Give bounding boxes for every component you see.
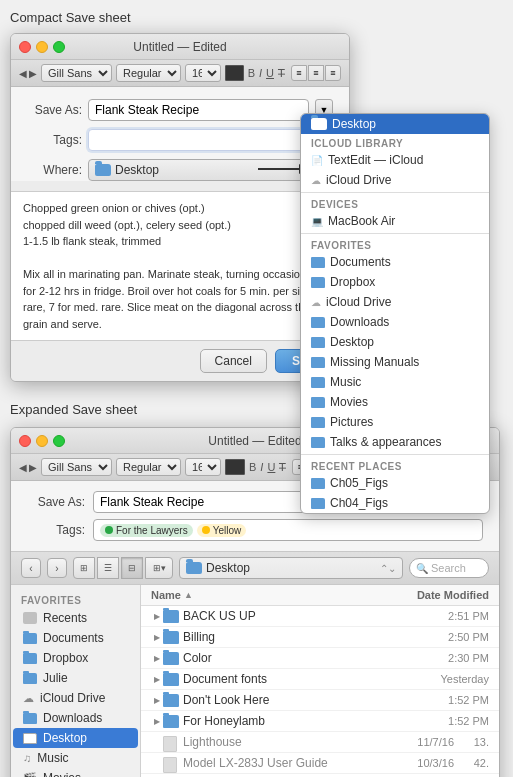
file-name: Color bbox=[183, 651, 399, 665]
font-select[interactable]: Gill Sans bbox=[41, 64, 112, 82]
dropdown-item-documents[interactable]: Documents bbox=[301, 252, 489, 272]
italic-btn[interactable]: I bbox=[259, 67, 262, 79]
bold-btn[interactable]: B bbox=[248, 67, 255, 79]
search-icon: 🔍 bbox=[416, 563, 428, 574]
location-bar[interactable]: Desktop ⌃⌄ bbox=[179, 557, 403, 579]
recent-header: Recent Places bbox=[301, 457, 489, 473]
table-row[interactable]: Model LX-283J User Guide 10/3/16 42. bbox=[141, 753, 499, 774]
exp-maximize-button[interactable] bbox=[53, 435, 65, 447]
documents-sidebar-icon bbox=[23, 633, 37, 644]
table-row[interactable]: ▶ For Honeylamb 1:52 PM bbox=[141, 711, 499, 732]
row-expander[interactable]: ▶ bbox=[151, 694, 163, 706]
strikethrough-btn[interactable]: T̶ bbox=[278, 67, 285, 80]
sidebar-item-icloud[interactable]: ☁ iCloud Drive bbox=[13, 688, 138, 708]
dropdown-item-icloud-drive[interactable]: ☁ iCloud Drive bbox=[301, 170, 489, 190]
sidebar-item-desktop[interactable]: Desktop bbox=[13, 728, 138, 748]
row-expander[interactable]: ▶ bbox=[151, 715, 163, 727]
exp-toolbar-forward[interactable]: ▶ bbox=[29, 462, 37, 473]
exp-underline-btn[interactable]: U bbox=[267, 461, 275, 473]
favorites-header: Favorites bbox=[301, 236, 489, 252]
column-view-btn[interactable]: ⊟ bbox=[121, 557, 143, 579]
align-left-btn[interactable]: ≡ bbox=[291, 65, 307, 81]
tags-label: Tags: bbox=[27, 133, 82, 147]
dropdown-item-macbook[interactable]: 💻 MacBook Air bbox=[301, 211, 489, 231]
exp-strikethrough-btn[interactable]: T̶ bbox=[279, 461, 286, 474]
row-expander[interactable]: ▶ bbox=[151, 673, 163, 685]
table-row[interactable]: ▶ BACK US UP 2:51 PM bbox=[141, 606, 499, 627]
exp-toolbar-back[interactable]: ◀ bbox=[19, 462, 27, 473]
file-row-icon bbox=[163, 736, 179, 749]
folder-row-icon bbox=[163, 715, 179, 728]
folder-icon bbox=[95, 164, 111, 176]
sidebar-item-recents[interactable]: Recents bbox=[13, 608, 138, 628]
exp-tags-row: Tags: For the Lawyers Yellow bbox=[11, 519, 499, 551]
align-center-btn[interactable]: ≡ bbox=[308, 65, 324, 81]
gallery-view-btn[interactable]: ⊞▾ bbox=[145, 557, 173, 579]
table-row[interactable]: ▶ Color 2:30 PM bbox=[141, 648, 499, 669]
table-row[interactable]: Lighthouse 11/7/16 13. bbox=[141, 732, 499, 753]
sidebar-item-movies[interactable]: 🎬 Movies bbox=[13, 768, 138, 777]
sidebar-item-documents[interactable]: Documents bbox=[13, 628, 138, 648]
file-date: 11/7/16 bbox=[364, 736, 454, 748]
tags-display[interactable]: For the Lawyers Yellow bbox=[93, 519, 483, 541]
size-select[interactable]: 16 bbox=[185, 64, 221, 82]
file-name: Document fonts bbox=[183, 672, 399, 686]
folder-row-icon bbox=[163, 652, 179, 665]
table-row[interactable]: ▶ Billing 2:50 PM bbox=[141, 627, 499, 648]
sidebar-item-dropbox[interactable]: Dropbox bbox=[13, 648, 138, 668]
icon-view-btn[interactable]: ⊞ bbox=[73, 557, 95, 579]
dropdown-item-missing[interactable]: Missing Manuals bbox=[301, 352, 489, 372]
dropdown-item-downloads[interactable]: Downloads bbox=[301, 312, 489, 332]
exp-color-swatch[interactable] bbox=[225, 459, 245, 475]
exp-size-select[interactable]: 16 bbox=[185, 458, 221, 476]
dropdown-item-textedit[interactable]: 📄 TextEdit — iCloud bbox=[301, 150, 489, 170]
close-button[interactable] bbox=[19, 41, 31, 53]
maximize-button[interactable] bbox=[53, 41, 65, 53]
dropdown-item-music[interactable]: Music bbox=[301, 372, 489, 392]
dropdown-item-desktop-fav[interactable]: Desktop bbox=[301, 332, 489, 352]
cancel-button[interactable]: Cancel bbox=[200, 349, 267, 373]
row-expander[interactable]: ▶ bbox=[151, 652, 163, 664]
dropdown-item-dropbox[interactable]: Dropbox bbox=[301, 272, 489, 292]
toolbar-back[interactable]: ◀ bbox=[19, 68, 27, 79]
style-select[interactable]: Regular bbox=[116, 64, 181, 82]
list-view-btn[interactable]: ☰ bbox=[97, 557, 119, 579]
align-right-btn[interactable]: ≡ bbox=[325, 65, 341, 81]
nav-forward-btn[interactable]: › bbox=[47, 558, 67, 578]
row-expander[interactable]: ▶ bbox=[151, 631, 163, 643]
nav-back-btn[interactable]: ‹ bbox=[21, 558, 41, 578]
color-swatch[interactable] bbox=[225, 65, 244, 81]
dropdown-item-movies[interactable]: Movies bbox=[301, 392, 489, 412]
dropdown-item-ch04[interactable]: Ch04_Figs bbox=[301, 493, 489, 513]
tags-input[interactable] bbox=[88, 129, 333, 151]
save-as-input[interactable] bbox=[88, 99, 309, 121]
dropdown-item-ch05[interactable]: Ch05_Figs bbox=[301, 473, 489, 493]
body-text: Chopped green onion or chives (opt.)chop… bbox=[23, 200, 337, 332]
compact-button-row: Cancel Save bbox=[11, 340, 349, 381]
exp-bold-btn[interactable]: B bbox=[249, 461, 256, 473]
table-row[interactable]: ▶ Document fonts Yesterday bbox=[141, 669, 499, 690]
dropdown-item-icloud[interactable]: ☁ iCloud Drive bbox=[301, 292, 489, 312]
location-folder-icon bbox=[186, 562, 202, 574]
table-row[interactable]: ▶ Don't Look Here 1:52 PM bbox=[141, 690, 499, 711]
dropbox-icon bbox=[311, 277, 325, 288]
file-list-header: Name ▲ Date Modified bbox=[141, 585, 499, 606]
exp-close-button[interactable] bbox=[19, 435, 31, 447]
exp-minimize-button[interactable] bbox=[36, 435, 48, 447]
toolbar-forward[interactable]: ▶ bbox=[29, 68, 37, 79]
sidebar-item-music[interactable]: ♫ Music bbox=[13, 748, 138, 768]
search-box[interactable]: 🔍 Search bbox=[409, 558, 489, 578]
dropdown-item-talks[interactable]: Talks & appearances bbox=[301, 432, 489, 452]
row-expander[interactable]: ▶ bbox=[151, 610, 163, 622]
sidebar-item-julie[interactable]: Julie bbox=[13, 668, 138, 688]
exp-style-select[interactable]: Regular bbox=[116, 458, 181, 476]
dropdown-item-pictures[interactable]: Pictures bbox=[301, 412, 489, 432]
location-dropdown: Desktop iCloud Library 📄 TextEdit — iClo… bbox=[300, 113, 490, 514]
sidebar-item-downloads[interactable]: Downloads bbox=[13, 708, 138, 728]
traffic-lights bbox=[19, 41, 65, 53]
underline-btn[interactable]: U bbox=[266, 67, 274, 79]
exp-italic-btn[interactable]: I bbox=[260, 461, 263, 473]
exp-font-select[interactable]: Gill Sans bbox=[41, 458, 112, 476]
minimize-button[interactable] bbox=[36, 41, 48, 53]
dropdown-item-desktop[interactable]: Desktop bbox=[301, 114, 489, 134]
